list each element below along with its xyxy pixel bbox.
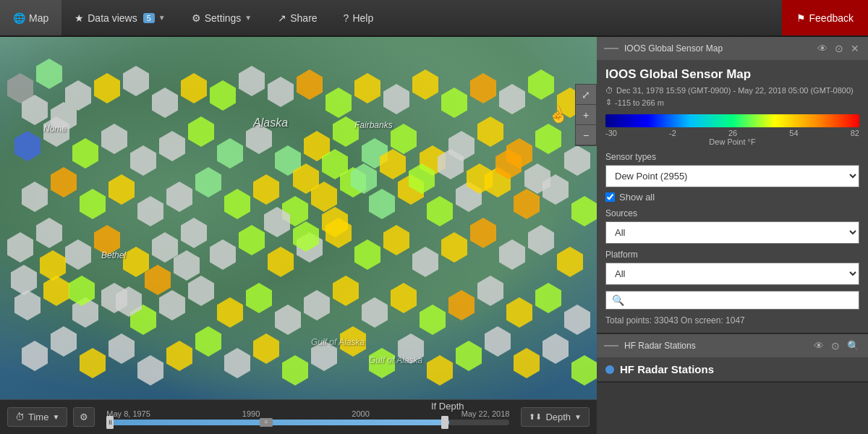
close-layer-icon[interactable]: ✕ <box>849 43 861 54</box>
timeline-track[interactable]: ⏸ ≡ <box>106 420 509 425</box>
data-views-chevron: ▼ <box>158 14 166 22</box>
sensor-types-select[interactable]: Dew Point (2955) <box>605 165 859 187</box>
zoom-to-icon[interactable]: ⊙ <box>833 43 845 54</box>
depth-label: Depth <box>545 412 571 422</box>
ioos-layer-header[interactable]: IOOS Global Sensor Map 👁 ⊙ ✕ <box>597 37 868 60</box>
hf-radar-body: HF Radar Stations <box>597 357 868 381</box>
time-chevron: ▼ <box>52 413 59 421</box>
ioos-header-label: IOOS Global Sensor Map <box>624 43 810 54</box>
nav-feedback-label: Feedback <box>809 12 854 24</box>
eye-icon[interactable]: 👁 <box>816 43 829 54</box>
sources-label: Sources <box>605 208 859 218</box>
search-icon: 🔍 <box>612 294 624 306</box>
layer-action-icons: 👁 ⊙ ✕ <box>816 43 861 54</box>
nav-map[interactable]: 🌐 Map <box>0 0 61 35</box>
help-icon: ? <box>344 12 349 24</box>
hf-radar-card: HF Radar Stations 👁 ⊙ 🔍 HF Radar Station… <box>597 334 868 383</box>
collapse-dash <box>604 48 618 49</box>
zoom-in-button[interactable]: + <box>576 105 596 125</box>
hf-eye-icon[interactable]: 👁 <box>812 340 825 352</box>
color-scale-labels: -30 -2 26 54 82 <box>605 129 859 137</box>
range-icon: ⇕ <box>605 98 612 107</box>
nav-settings[interactable]: ⚙ Settings ▼ <box>179 0 265 35</box>
color-scale-bar <box>605 114 859 127</box>
hf-search-icon[interactable]: 🔍 <box>846 340 861 352</box>
map-background <box>0 37 597 434</box>
share-icon: ↗ <box>278 12 286 24</box>
settings-chevron: ▼ <box>244 14 252 22</box>
depth-button[interactable]: ⬆⬇ Depth ▼ <box>521 407 590 427</box>
scale-label-4: 82 <box>851 129 859 137</box>
zoom-out-button[interactable]: − <box>576 125 596 145</box>
nav-map-label: Map <box>29 12 48 24</box>
depth-chevron: ▼ <box>574 413 582 421</box>
color-scale-title: Dew Point °F <box>605 137 859 146</box>
nav-data-views-label: Data views <box>88 12 137 24</box>
search-bar[interactable]: 🔍 <box>605 291 859 310</box>
map-container[interactable]: Alaska Fairbanks Nome Bethel Gulf of Ala… <box>0 37 597 434</box>
sources-select[interactable]: All <box>605 221 859 244</box>
hf-zoom-icon[interactable]: ⊙ <box>830 340 841 352</box>
flag-icon: ⚑ <box>796 12 806 24</box>
bottom-toolbar: ⏱ Time ▼ ⚙ May 8, 1975 1990 2000 May 22,… <box>0 399 597 434</box>
hf-radar-header[interactable]: HF Radar Stations 👁 ⊙ 🔍 <box>597 334 868 357</box>
hf-header-label: HF Radar Stations <box>624 341 807 351</box>
sensor-types-label: Sensor types <box>605 152 859 162</box>
time-button[interactable]: ⏱ Time ▼ <box>7 407 67 427</box>
timeline-mid1: 1990 <box>242 409 260 418</box>
nav-help-label: Help <box>352 12 373 24</box>
data-views-badge: 5 <box>143 13 155 23</box>
scale-label-1: -2 <box>669 129 676 137</box>
ioos-depth-range: ⇕ -115 to 266 m <box>605 98 859 107</box>
timeline-fill <box>106 420 449 425</box>
timeline-thumb-left[interactable]: ⏸ <box>106 416 114 429</box>
show-all-checkbox[interactable] <box>605 192 615 202</box>
right-panel: IOOS Global Sensor Map 👁 ⊙ ✕ IOOS Global… <box>597 37 868 434</box>
scale-label-0: -30 <box>605 129 617 137</box>
platform-label: Platform <box>605 250 859 260</box>
hf-dot <box>605 365 614 374</box>
hf-main-title: HF Radar Stations <box>620 363 714 375</box>
star-icon: ★ <box>75 12 84 24</box>
search-input[interactable] <box>629 295 853 306</box>
nav-data-views[interactable]: ★ Data views 5 ▼ <box>61 0 179 35</box>
nav-share[interactable]: ↗ Share <box>265 0 330 35</box>
clock-meta-icon: ⏱ <box>605 86 613 95</box>
show-all-label[interactable]: Show all <box>619 192 655 203</box>
nav-feedback[interactable]: ⚑ Feedback <box>782 0 868 35</box>
nav-settings-label: Settings <box>205 12 242 24</box>
timeline-center-handle[interactable]: ≡ <box>260 418 273 427</box>
timeline-thumb-right[interactable] <box>441 416 448 429</box>
settings-gear-button[interactable]: ⚙ <box>73 407 95 427</box>
timeline-labels: May 8, 1975 1990 2000 May 22, 2018 <box>106 409 509 418</box>
ioos-date-range: ⏱ Dec 31, 1978 15:59 (GMT-0900) - May 22… <box>605 86 859 95</box>
time-label: Time <box>28 412 48 422</box>
map-zoom-controls: ⤢ + − <box>575 84 597 146</box>
top-navigation: 🌐 Map ★ Data views 5 ▼ ⚙ Settings ▼ ↗ Sh… <box>0 0 868 37</box>
gear-icon: ⚙ <box>192 12 201 24</box>
globe-icon: 🌐 <box>13 12 25 24</box>
expand-button[interactable]: ⤢ <box>576 85 596 105</box>
ioos-layer-card: IOOS Global Sensor Map 👁 ⊙ ✕ IOOS Global… <box>597 37 868 334</box>
show-all-checkbox-row: Show all <box>605 192 859 203</box>
total-points: Total points: 33043 On screen: 1047 <box>605 315 859 326</box>
timeline-end: May 22, 2018 <box>461 409 510 418</box>
timeline-control: May 8, 1975 1990 2000 May 22, 2018 ⏸ ≡ <box>106 409 509 425</box>
settings-gear-icon: ⚙ <box>80 412 88 422</box>
nav-help[interactable]: ? Help <box>331 0 387 35</box>
hf-collapse-dash <box>604 345 618 346</box>
scale-label-3: 54 <box>789 129 798 137</box>
ioos-main-title: IOOS Global Sensor Map <box>605 67 859 82</box>
hf-action-icons: 👁 ⊙ 🔍 <box>812 340 861 352</box>
scale-label-2: 26 <box>728 129 737 137</box>
depth-icon: ⬆⬇ <box>529 412 542 422</box>
clock-icon: ⏱ <box>15 412 25 422</box>
ioos-layer-body: IOOS Global Sensor Map ⏱ Dec 31, 1978 15… <box>597 60 868 333</box>
nav-share-label: Share <box>290 12 317 24</box>
color-scale: -30 -2 26 54 82 Dew Point °F <box>605 114 859 146</box>
timeline-mid2: 2000 <box>352 409 369 418</box>
platform-select[interactable]: All <box>605 263 859 285</box>
